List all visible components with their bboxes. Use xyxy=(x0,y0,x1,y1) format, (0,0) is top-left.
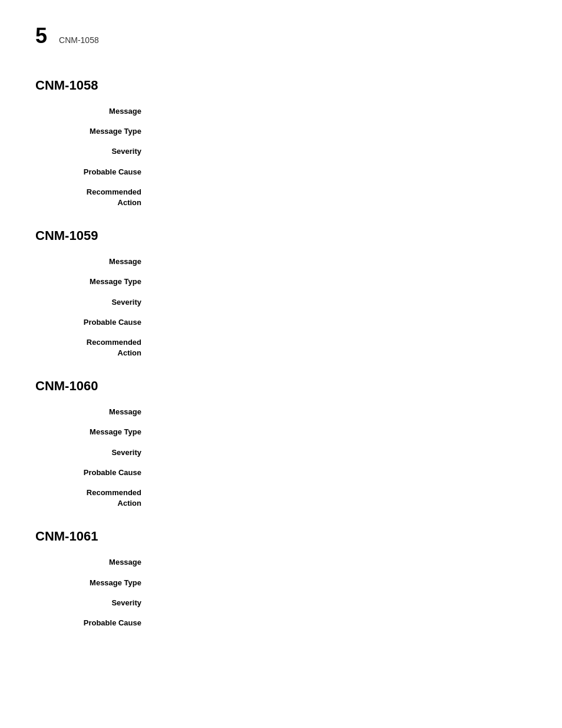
field-value-CNM-1059-2 xyxy=(153,297,527,308)
field-row-CNM-1061-0: Message xyxy=(35,555,527,570)
section-CNM-1059: CNM-1059MessageMessage TypeSeverityProba… xyxy=(35,228,527,361)
field-label-CNM-1060-4: RecommendedAction xyxy=(35,487,153,509)
field-value-CNM-1059-1 xyxy=(153,276,527,287)
field-value-CNM-1058-4 xyxy=(153,187,527,208)
field-row-CNM-1058-3: Probable Cause xyxy=(35,164,527,180)
field-value-CNM-1060-4 xyxy=(153,487,527,509)
field-value-CNM-1059-4 xyxy=(153,337,527,358)
field-row-CNM-1060-2: Severity xyxy=(35,445,527,460)
field-label-CNM-1060-1: Message Type xyxy=(35,427,153,437)
page-header-title: CNM-1058 xyxy=(59,35,99,45)
field-label-CNM-1059-3: Probable Cause xyxy=(35,317,153,328)
field-value-CNM-1060-2 xyxy=(153,447,527,458)
field-row-CNM-1061-2: Severity xyxy=(35,595,527,611)
field-row-CNM-1059-0: Message xyxy=(35,254,527,269)
field-value-CNM-1060-0 xyxy=(153,407,527,417)
field-row-CNM-1059-2: Severity xyxy=(35,295,527,310)
field-row-CNM-1058-0: Message xyxy=(35,104,527,119)
field-row-CNM-1058-2: Severity xyxy=(35,144,527,159)
field-label-CNM-1058-1: Message Type xyxy=(35,126,153,137)
field-label-CNM-1061-2: Severity xyxy=(35,598,153,608)
field-value-CNM-1061-3 xyxy=(153,618,527,628)
sections-container: CNM-1058MessageMessage TypeSeverityProba… xyxy=(35,78,527,631)
field-label-CNM-1058-3: Probable Cause xyxy=(35,167,153,177)
field-label-CNM-1059-4: RecommendedAction xyxy=(35,337,153,358)
section-CNM-1060: CNM-1060MessageMessage TypeSeverityProba… xyxy=(35,378,527,511)
field-label-CNM-1059-0: Message xyxy=(35,256,153,267)
field-value-CNM-1060-3 xyxy=(153,467,527,478)
field-row-CNM-1058-4: RecommendedAction xyxy=(35,185,527,210)
field-label-CNM-1060-3: Probable Cause xyxy=(35,467,153,478)
field-label-CNM-1061-0: Message xyxy=(35,557,153,568)
field-value-CNM-1060-1 xyxy=(153,427,527,437)
field-label-CNM-1060-2: Severity xyxy=(35,447,153,458)
field-value-CNM-1058-3 xyxy=(153,167,527,177)
field-row-CNM-1060-0: Message xyxy=(35,404,527,420)
page-header: 5 CNM-1058 xyxy=(35,24,527,54)
field-label-CNM-1058-0: Message xyxy=(35,106,153,117)
field-row-CNM-1060-1: Message Type xyxy=(35,424,527,440)
section-title-CNM-1060: CNM-1060 xyxy=(35,378,527,394)
field-value-CNM-1061-0 xyxy=(153,557,527,568)
page-number: 5 xyxy=(35,24,47,48)
field-label-CNM-1059-1: Message Type xyxy=(35,276,153,287)
field-value-CNM-1058-2 xyxy=(153,146,527,157)
section-title-CNM-1059: CNM-1059 xyxy=(35,228,527,243)
field-label-CNM-1059-2: Severity xyxy=(35,297,153,308)
field-label-CNM-1058-2: Severity xyxy=(35,146,153,157)
field-row-CNM-1060-3: Probable Cause xyxy=(35,465,527,480)
field-label-CNM-1060-0: Message xyxy=(35,407,153,417)
field-value-CNM-1058-0 xyxy=(153,106,527,117)
field-row-CNM-1058-1: Message Type xyxy=(35,124,527,139)
field-value-CNM-1061-1 xyxy=(153,578,527,588)
field-value-CNM-1058-1 xyxy=(153,126,527,137)
section-CNM-1058: CNM-1058MessageMessage TypeSeverityProba… xyxy=(35,78,527,210)
field-row-CNM-1061-3: Probable Cause xyxy=(35,615,527,631)
field-row-CNM-1061-1: Message Type xyxy=(35,575,527,591)
field-row-CNM-1059-1: Message Type xyxy=(35,274,527,289)
section-title-CNM-1061: CNM-1061 xyxy=(35,529,527,544)
field-row-CNM-1059-3: Probable Cause xyxy=(35,315,527,330)
field-label-CNM-1061-3: Probable Cause xyxy=(35,618,153,628)
section-CNM-1061: CNM-1061MessageMessage TypeSeverityProba… xyxy=(35,529,527,631)
field-value-CNM-1061-2 xyxy=(153,598,527,608)
field-label-CNM-1061-1: Message Type xyxy=(35,578,153,588)
field-label-CNM-1058-4: RecommendedAction xyxy=(35,187,153,208)
field-value-CNM-1059-0 xyxy=(153,256,527,267)
field-value-CNM-1059-3 xyxy=(153,317,527,328)
section-title-CNM-1058: CNM-1058 xyxy=(35,78,527,93)
field-row-CNM-1059-4: RecommendedAction xyxy=(35,335,527,361)
field-row-CNM-1060-4: RecommendedAction xyxy=(35,485,527,511)
